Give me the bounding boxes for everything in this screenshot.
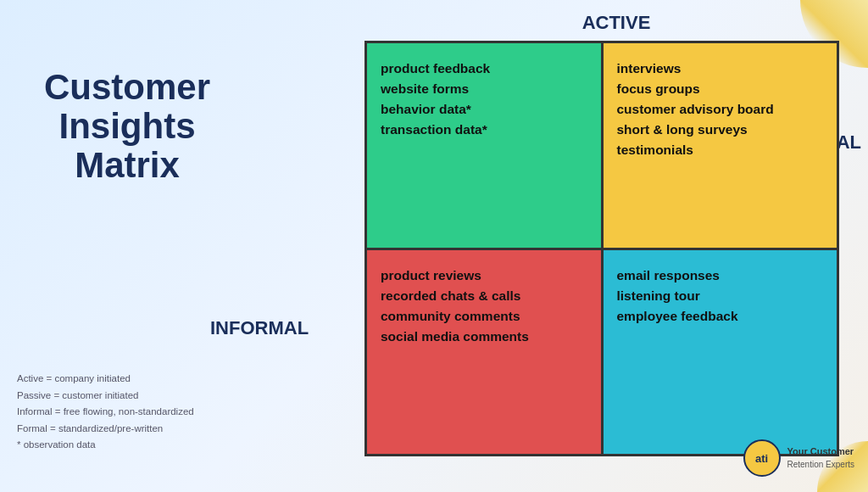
cell-passive-formal: email responses listening tour employee … (604, 250, 837, 455)
legend-line1: Active = company initiated (17, 371, 194, 388)
title-line1: Customer (44, 67, 210, 107)
cell-item: social media comments (381, 327, 587, 347)
cell-item: product reviews (381, 266, 587, 286)
cell-item: product feedback (381, 59, 587, 79)
page-title: Customer Insights Matrix (17, 68, 237, 186)
insights-matrix: product feedback website forms behavior … (364, 41, 839, 456)
title-area: Customer Insights Matrix (17, 68, 237, 186)
legend: Active = company initiated Passive = cus… (17, 371, 194, 454)
cell-item: short & long surveys (617, 120, 824, 140)
cell-item: email responses (617, 266, 824, 286)
cell-item: customer advisory board (617, 99, 824, 120)
cell-active-passive: product feedback website forms behavior … (367, 43, 601, 248)
cell-item: community comments (381, 306, 587, 327)
title-line2: Insights (58, 106, 195, 146)
legend-line4: Formal = standardized/pre-written (17, 421, 194, 438)
cell-active-formal: interviews focus groups customer advisor… (604, 43, 837, 248)
ati-circle: ati (743, 439, 781, 477)
cell-item: listening tour (617, 286, 824, 306)
legend-line3: Informal = free flowing, non-standardize… (17, 404, 194, 421)
title-line3: Matrix (75, 145, 180, 185)
ati-tagline: Your Customer Retention Experts (787, 445, 855, 470)
cell-item: testimonials (617, 140, 824, 160)
cell-item: focus groups (617, 79, 824, 99)
cell-item: employee feedback (617, 306, 824, 327)
cell-item: website forms (381, 79, 587, 99)
ati-tagline-line2: Retention Experts (787, 460, 855, 469)
ati-tagline-line1: Your Customer (787, 445, 855, 458)
ati-logo: ati Your Customer Retention Experts (743, 439, 855, 477)
axis-label-active: ACTIVE (364, 12, 868, 34)
cell-item: interviews (617, 59, 824, 79)
cell-passive-informal: product reviews recorded chats & calls c… (367, 250, 601, 455)
cell-item: recorded chats & calls (381, 286, 587, 306)
cell-item: transaction data* (381, 120, 587, 140)
axis-label-informal: INFORMAL (210, 317, 309, 339)
legend-line5: * observation data (17, 437, 194, 454)
cell-item: behavior data* (381, 99, 587, 120)
legend-line2: Passive = customer initiated (17, 388, 194, 405)
